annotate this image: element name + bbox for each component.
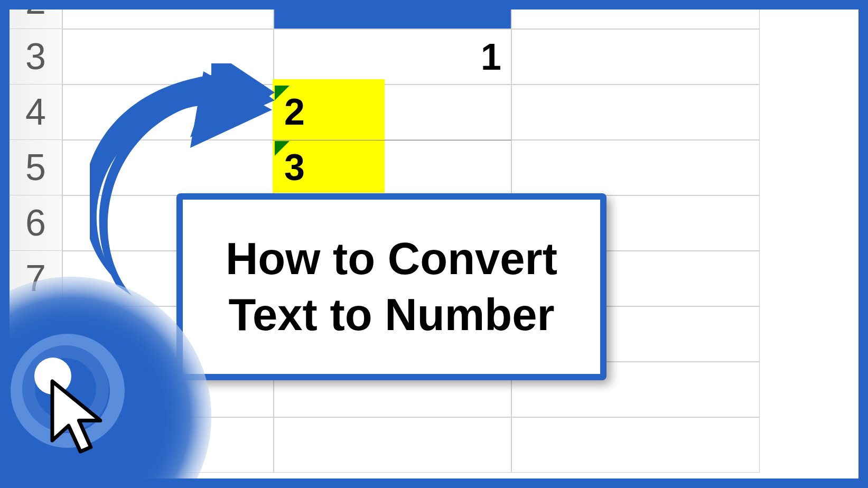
cursor-icon [45, 377, 119, 467]
row-header-5[interactable]: 5 [10, 140, 62, 195]
title-line-2: Text to Number [228, 289, 554, 340]
cell-B2-header[interactable] [274, 0, 511, 29]
cell-A2[interactable] [62, 0, 274, 29]
cell-B10[interactable] [274, 417, 511, 473]
row-header-6[interactable]: 6 [10, 195, 62, 251]
title-callout: How to Convert Text to Number [176, 193, 606, 380]
cell-B3[interactable]: 1 [274, 29, 511, 85]
grid-line [273, 140, 511, 140]
channel-logo [0, 277, 211, 488]
row-header-4[interactable]: 4 [10, 85, 62, 140]
cell-C10[interactable] [511, 417, 760, 473]
row-header-2[interactable]: 2 [10, 0, 62, 29]
cell-C5[interactable] [511, 140, 760, 195]
title-line-1: How to Convert [226, 233, 557, 284]
cell-C4[interactable] [511, 85, 760, 140]
row-header-3[interactable]: 3 [10, 29, 62, 85]
cell-C3[interactable] [511, 29, 760, 85]
cell-B3-value: 1 [481, 36, 501, 78]
cell-C2[interactable] [511, 0, 760, 29]
